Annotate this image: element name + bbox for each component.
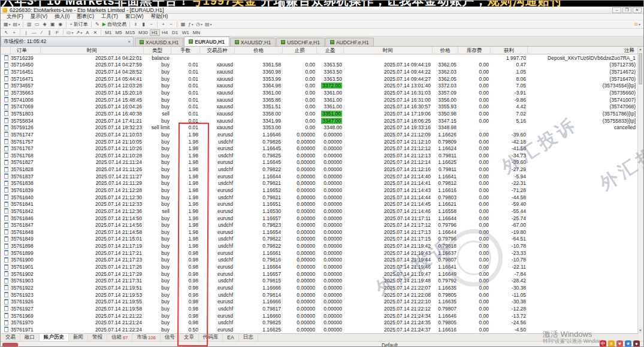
timeframe-m30[interactable]: M30 bbox=[137, 29, 150, 36]
scrollbar-thumb[interactable] bbox=[639, 53, 642, 84]
history-row[interactable]: 357356632025.07.14 15:20:18buy0.01xauusd… bbox=[1, 89, 639, 96]
tab-alerts[interactable]: 警报 bbox=[88, 334, 107, 341]
column-header[interactable]: 价格 bbox=[433, 47, 458, 54]
history-row[interactable]: 357558342025.07.14 17:41:21buy0.01xauusd… bbox=[1, 117, 639, 124]
terminal-button[interactable]: ▣ bbox=[49, 21, 56, 28]
menu-charts[interactable]: 图表(C) bbox=[73, 13, 98, 20]
chart-tab-xauusd-s-h1[interactable]: XAUUSD.s,H1 bbox=[135, 38, 183, 46]
menu-window[interactable]: 窗口(W) bbox=[122, 13, 147, 20]
metaeditor-button[interactable]: ✎ bbox=[93, 21, 101, 28]
timeframe-w1[interactable]: W1 bbox=[180, 29, 191, 36]
tab-mailbox[interactable]: 信箱87 bbox=[107, 334, 132, 341]
bars-chart-button[interactable]: ‖ bbox=[132, 21, 140, 28]
history-row[interactable]: 357619272025.07.14 21:19:58buy0.98usdchf… bbox=[1, 305, 639, 312]
history-row[interactable]: 357619222025.07.14 21:19:51buy0.98eurusd… bbox=[1, 284, 639, 291]
vertical-line-button[interactable]: | bbox=[22, 29, 30, 36]
menu-insert[interactable]: 插入(I) bbox=[51, 13, 73, 20]
vertical-scrollbar[interactable]: ▲ ▼ bbox=[637, 47, 643, 333]
history-row[interactable]: 357618392025.07.14 21:12:28buy1.98eurusd… bbox=[1, 187, 639, 194]
timeframe-m5[interactable]: M5 bbox=[113, 29, 123, 36]
tab-experts[interactable]: EA bbox=[223, 334, 238, 341]
search-button[interactable]: ⊙▾ bbox=[633, 21, 642, 28]
menu-tools[interactable]: 工具(T) bbox=[98, 13, 122, 20]
history-row[interactable]: 357164712025.07.14 05:44:41buy0.01xauusd… bbox=[1, 75, 639, 83]
tile-windows-button[interactable]: ▦ bbox=[179, 21, 187, 28]
history-header-row[interactable]: 订单时间类型手数交易品种价格止损止盈时间价格库存费获利注释 bbox=[1, 47, 639, 54]
history-row[interactable]: 357410082025.07.14 15:48:45buy0.01xauusd… bbox=[1, 96, 639, 104]
history-row[interactable]: 357618282025.07.14 21:11:26buy1.98usdchf… bbox=[1, 166, 639, 173]
text-label-button[interactable]: A bbox=[83, 29, 91, 36]
periods-button[interactable]: ◷▾ bbox=[195, 21, 204, 28]
timeframe-m1[interactable]: M1 bbox=[103, 29, 113, 36]
profiles-button[interactable]: ▤▾ bbox=[12, 21, 22, 28]
column-header[interactable]: 获利 bbox=[491, 47, 528, 54]
column-header[interactable]: 注释 bbox=[528, 47, 639, 54]
column-header[interactable]: 止盈 bbox=[317, 47, 344, 54]
autotrading-button[interactable]: ▶自动交易 bbox=[101, 21, 128, 28]
chart-tab-audchf-e-h1[interactable]: AUDCHF.e,H1 bbox=[325, 38, 374, 46]
history-row[interactable]: 357618492025.07.14 21:15:01buy1.98usdchf… bbox=[1, 236, 639, 243]
history-row[interactable]: 357617672025.07.14 21:10:26buy1.98eurusd… bbox=[1, 145, 639, 152]
tab-exposure[interactable]: 敞口 bbox=[20, 334, 40, 341]
zoom-out-button[interactable]: − bbox=[167, 21, 175, 28]
history-row[interactable]: 357618472025.07.14 21:14:56buy1.98usdchf… bbox=[1, 221, 639, 229]
history-row[interactable]: 357470692025.07.14 16:04:26buy0.01xauusd… bbox=[1, 103, 639, 110]
tab-journal[interactable]: 日志 bbox=[239, 334, 258, 341]
timeframe-mn[interactable]: MN bbox=[191, 29, 202, 36]
data-window-button[interactable]: ▭ bbox=[33, 21, 41, 28]
history-row[interactable]: 357619012025.07.14 21:17:26buy0.98eurusd… bbox=[1, 263, 639, 270]
history-row[interactable]: 357619002025.07.14 21:17:23buy0.98usdchf… bbox=[1, 257, 639, 264]
column-header[interactable]: 交易品种 bbox=[200, 47, 235, 54]
timeframe-m15[interactable]: M15 bbox=[124, 29, 137, 36]
history-row[interactable]: 357618992025.07.14 21:17:21buy0.98eurusd… bbox=[1, 249, 639, 257]
history-row[interactable]: 357619022025.07.14 21:17:29buy0.98eurusd… bbox=[1, 270, 639, 278]
history-row[interactable]: 357619712025.07.14 21:22:24buy0.50eurusd… bbox=[1, 326, 639, 333]
history-row[interactable]: 357618382025.07.14 21:11:29buy1.98usdchf… bbox=[1, 180, 639, 187]
chart-tab-euraud-h1[interactable]: EURAUD,H1 bbox=[184, 36, 229, 46]
history-row[interactable]: 357618412025.07.14 21:12:33buy1.98eurusd… bbox=[1, 200, 639, 208]
history-row[interactable]: 357619692025.07.14 21:21:22buy0.98eurusd… bbox=[1, 312, 639, 319]
history-row[interactable]: 357618402025.07.14 21:12:30buy1.98usdchf… bbox=[1, 194, 639, 201]
templates-button[interactable]: ▤▾ bbox=[204, 21, 213, 28]
zoom-in-button[interactable]: + bbox=[159, 21, 167, 28]
chart-tab-usdchf-e-h1[interactable]: USDCHF.e,H1 bbox=[276, 38, 325, 46]
history-row[interactable]: 357618422025.07.14 21:12:36sell1.98eurus… bbox=[1, 208, 639, 215]
history-row[interactable]: 357617682025.07.14 21:10:28buy1.98usdchf… bbox=[1, 152, 639, 159]
maximize-button[interactable]: ❐ bbox=[622, 7, 631, 13]
menu-help[interactable]: 帮助(H) bbox=[147, 13, 172, 20]
arrows-button[interactable]: ↗▾ bbox=[75, 29, 84, 36]
history-row[interactable]: 357619702025.07.14 21:21:24buy0.98usdchf… bbox=[1, 319, 639, 326]
indicators-button[interactable]: ƒ▾ bbox=[187, 21, 195, 28]
column-header[interactable]: 手数 bbox=[171, 47, 200, 54]
zhong-badge-icon[interactable]: 中 bbox=[600, 340, 606, 347]
history-row[interactable]: 357618982025.07.14 21:17:19buy1.98usdchf… bbox=[1, 242, 639, 249]
tab-articles[interactable]: 文章 bbox=[180, 334, 199, 341]
tab-market[interactable]: 市场106 bbox=[132, 334, 161, 341]
tab-account-history[interactable]: 账户历史 bbox=[40, 334, 69, 341]
shapes-button[interactable]: ▭▾ bbox=[65, 29, 75, 36]
history-row[interactable]: 357619032025.07.14 21:17:31buy0.98usdchf… bbox=[1, 278, 639, 285]
close-button[interactable]: ✕ bbox=[633, 7, 642, 13]
history-row[interactable]: 357618482025.07.14 21:14:58buy1.98eurusd… bbox=[1, 229, 639, 236]
menu-view[interactable]: 显示(V) bbox=[27, 13, 51, 20]
history-row[interactable]: 357164512025.07.14 04:28:52buy0.01xauusd… bbox=[1, 68, 639, 75]
like-icon[interactable]: ♥ bbox=[616, 340, 623, 347]
column-header[interactable]: 价格 bbox=[235, 47, 283, 54]
timeframe-h1[interactable]: H1 bbox=[150, 29, 160, 36]
history-row[interactable]: 357619262025.07.14 21:19:55buy0.98eurusd… bbox=[1, 298, 639, 305]
column-header[interactable]: 订单 bbox=[11, 47, 41, 54]
fibonacci-button[interactable]: F bbox=[53, 29, 61, 36]
timeframe-h4[interactable]: H4 bbox=[160, 29, 170, 36]
history-row[interactable]: 357619232025.07.14 21:19:53buy0.98usdchf… bbox=[1, 291, 639, 299]
chart-tab-xauusd-h1[interactable]: XAUUSD',H1 bbox=[230, 38, 276, 46]
minimize-button[interactable]: – bbox=[612, 7, 621, 13]
column-header[interactable]: 时间 bbox=[41, 47, 144, 54]
menu-file[interactable]: 文件(F) bbox=[3, 13, 27, 20]
navigator-button[interactable]: ◈ bbox=[41, 21, 49, 28]
tab-codebase[interactable]: 代码库 bbox=[199, 334, 223, 341]
history-row[interactable]: 357164502025.07.14 04:27:59buy0.01xauusd… bbox=[1, 62, 639, 69]
timeframe-d1[interactable]: D1 bbox=[170, 29, 180, 36]
delete-objects-button[interactable]: ✕ bbox=[91, 29, 99, 36]
history-row[interactable]: 357617472025.07.14 21:10:03buy1.98eurusd… bbox=[1, 131, 639, 138]
market-watch-header[interactable]: 市场报价: 11:05:42 × bbox=[1, 36, 134, 47]
